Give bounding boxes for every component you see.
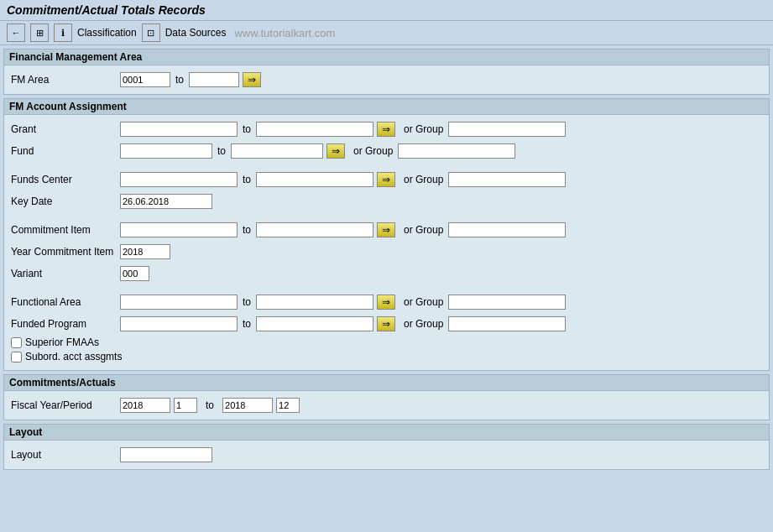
superior-fmaas-label: Superior FMAAs <box>25 336 99 348</box>
commitment-item-from-input[interactable] <box>120 222 238 237</box>
funds-center-row: Funds Center to ⇒ or Group <box>11 170 762 189</box>
toolbar: ← ⊞ ℹ Classification ⊡ Data Sources www.… <box>0 21 773 45</box>
grant-row: Grant to ⇒ or Group <box>11 120 762 138</box>
layout-section: Layout Layout <box>3 424 770 470</box>
subord-acct-label: Subord. acct assgmts <box>25 351 122 362</box>
key-date-label: Key Date <box>11 196 120 207</box>
functional-area-label: Functional Area <box>11 296 120 308</box>
subord-acct-checkbox[interactable] <box>11 352 22 362</box>
subord-acct-row: Subord. acct assgmts <box>11 351 762 362</box>
variant-input[interactable] <box>120 266 149 281</box>
fund-label: Fund <box>11 145 120 157</box>
grant-from-input[interactable] <box>120 122 238 137</box>
watermark: www.tutorialkart.com <box>234 27 335 39</box>
functional-area-row: Functional Area to ⇒ or Group <box>11 293 762 311</box>
back-button[interactable]: ← <box>7 23 25 42</box>
grant-to-label: to <box>243 123 251 135</box>
funds-center-label: Funds Center <box>11 174 120 185</box>
funded-program-or-group-label: or Group <box>404 318 443 330</box>
data-sources-link[interactable]: Data Sources <box>165 27 227 39</box>
funds-center-or-group-label: or Group <box>404 174 443 185</box>
variant-label: Variant <box>11 268 120 279</box>
fm-account-assignment-body: Grant to ⇒ or Group Fund to ⇒ or Group <box>4 115 769 370</box>
fiscal-year-period-label: Fiscal Year/Period <box>11 399 120 411</box>
functional-area-arrow-button[interactable]: ⇒ <box>377 295 395 310</box>
layout-label: Layout <box>11 449 120 461</box>
layout-icon-button[interactable]: ⊡ <box>142 23 160 42</box>
funded-program-arrow-button[interactable]: ⇒ <box>377 316 395 331</box>
fiscal-from-period-input[interactable] <box>174 398 197 413</box>
commitment-item-to-label: to <box>243 224 251 236</box>
fund-or-group-input[interactable] <box>398 143 515 159</box>
grant-or-group-label: or Group <box>404 123 443 135</box>
fund-from-input[interactable] <box>120 143 212 159</box>
grant-or-group-input[interactable] <box>448 122 566 137</box>
grant-arrow-button[interactable]: ⇒ <box>377 122 395 137</box>
fund-arrow-button[interactable]: ⇒ <box>326 143 345 159</box>
info-button[interactable]: ℹ <box>54 23 72 42</box>
layout-row: Layout <box>11 446 762 464</box>
commitments-actuals-section: Commitments/Actuals Fiscal Year/Period t… <box>3 374 770 420</box>
title-bar: Commitment/Actual Totals Records <box>0 0 773 21</box>
fiscal-year-period-inputs: to <box>120 398 300 413</box>
commitment-item-row: Commitment Item to ⇒ or Group <box>11 221 762 239</box>
fm-area-to-input[interactable] <box>189 72 239 87</box>
commitment-item-or-group-input[interactable] <box>448 222 566 237</box>
commitment-item-label: Commitment Item <box>11 224 120 236</box>
superior-fmaas-row: Superior FMAAs <box>11 336 762 348</box>
functional-area-to-label: to <box>243 296 251 308</box>
variant-row: Variant <box>11 264 762 283</box>
functional-area-from-input[interactable] <box>120 295 238 310</box>
commitments-actuals-header: Commitments/Actuals <box>4 375 769 391</box>
financial-management-area-section: Financial Management Area FM Area to ⇒ <box>3 49 770 95</box>
layout-body: Layout <box>4 441 769 469</box>
fiscal-to-year-input[interactable] <box>222 398 273 413</box>
commitment-item-to-input[interactable] <box>256 222 373 237</box>
funded-program-label: Funded Program <box>11 318 120 330</box>
layout-header: Layout <box>4 425 769 441</box>
functional-area-or-group-input[interactable] <box>448 295 566 310</box>
layout-input[interactable] <box>120 447 212 462</box>
fiscal-to-label: to <box>206 399 214 411</box>
page-title: Commitment/Actual Totals Records <box>7 3 206 17</box>
funded-program-or-group-input[interactable] <box>448 316 566 331</box>
funded-program-row: Funded Program to ⇒ or Group <box>11 315 762 333</box>
funded-program-to-input[interactable] <box>256 316 373 331</box>
key-date-row: Key Date <box>11 192 762 211</box>
fund-or-group-label: or Group <box>353 145 393 157</box>
fm-area-row: FM Area to ⇒ <box>11 70 762 89</box>
grant-label: Grant <box>11 123 120 135</box>
year-commitment-item-input[interactable] <box>120 244 170 259</box>
fiscal-to-period-input[interactable] <box>276 398 300 413</box>
grant-to-input[interactable] <box>256 122 373 137</box>
functional-area-to-input[interactable] <box>256 295 373 310</box>
fm-area-arrow-button[interactable]: ⇒ <box>243 72 261 87</box>
year-commitment-item-row: Year Commitment Item <box>11 243 762 261</box>
main-content: Financial Management Area FM Area to ⇒ F… <box>0 45 773 473</box>
funds-center-to-input[interactable] <box>256 172 373 187</box>
superior-fmaas-checkbox[interactable] <box>11 337 22 348</box>
grid-button[interactable]: ⊞ <box>30 23 49 42</box>
funds-center-to-label: to <box>243 174 251 185</box>
commitment-item-or-group-label: or Group <box>404 224 443 236</box>
commitments-actuals-body: Fiscal Year/Period to <box>4 391 769 420</box>
classification-link[interactable]: Classification <box>77 27 137 39</box>
financial-management-area-header: Financial Management Area <box>4 50 769 65</box>
fm-area-label: FM Area <box>11 74 120 86</box>
funded-program-from-input[interactable] <box>120 316 238 331</box>
fm-account-assignment-section: FM Account Assignment Grant to ⇒ or Grou… <box>3 98 770 371</box>
funds-center-or-group-input[interactable] <box>448 172 566 187</box>
fiscal-from-year-input[interactable] <box>120 398 170 413</box>
commitment-item-arrow-button[interactable]: ⇒ <box>377 222 395 237</box>
fund-to-input[interactable] <box>231 143 323 159</box>
funds-center-from-input[interactable] <box>120 172 238 187</box>
functional-area-or-group-label: or Group <box>404 296 443 308</box>
fm-area-from-input[interactable] <box>120 72 170 87</box>
fund-row: Fund to ⇒ or Group <box>11 142 762 160</box>
fiscal-year-period-row: Fiscal Year/Period to <box>11 396 762 415</box>
key-date-input[interactable] <box>120 194 212 209</box>
fm-account-assignment-header: FM Account Assignment <box>4 99 769 115</box>
year-commitment-item-label: Year Commitment Item <box>11 246 120 258</box>
funded-program-to-label: to <box>243 318 251 330</box>
funds-center-arrow-button[interactable]: ⇒ <box>377 172 395 187</box>
